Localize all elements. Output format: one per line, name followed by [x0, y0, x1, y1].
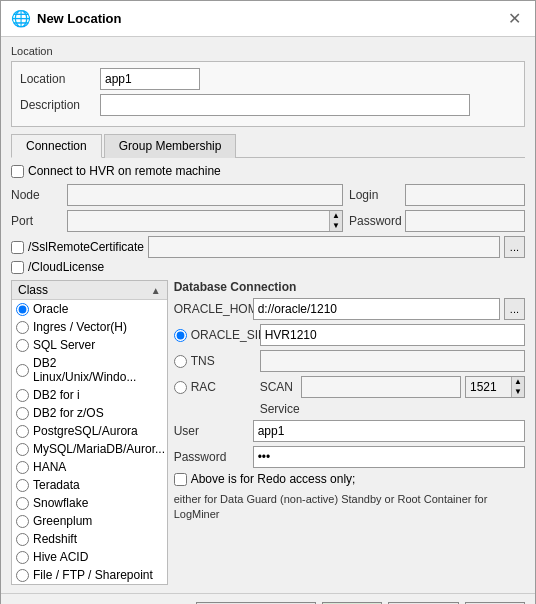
port-label: Port — [11, 214, 61, 228]
port-password-row: Port ▲ ▼ Password — [11, 210, 525, 232]
scan-label: SCAN — [260, 380, 293, 394]
class-radio-ingres[interactable] — [16, 321, 29, 334]
main-area: Class ▲ Oracle Ingres / Vector(H) SQL Se… — [11, 280, 525, 585]
class-label-redshift: Redshift — [33, 532, 77, 546]
oracle-sid-input[interactable] — [260, 324, 525, 346]
close-button[interactable]: ✕ — [504, 11, 525, 27]
tab-connection[interactable]: Connection — [11, 134, 102, 158]
description-input[interactable] — [100, 94, 470, 116]
port-input[interactable] — [67, 210, 343, 232]
class-item-hana[interactable]: HANA — [12, 458, 167, 476]
note-text: either for Data Guard (non-active) Stand… — [174, 492, 525, 523]
class-radio-db2z[interactable] — [16, 407, 29, 420]
cloud-license-row: /CloudLicense — [11, 260, 525, 274]
class-radio-oracle[interactable] — [16, 303, 29, 316]
class-radio-hana[interactable] — [16, 461, 29, 474]
rac-port-spin-down[interactable]: ▼ — [511, 387, 524, 397]
title-bar: 🌐 New Location ✕ — [1, 1, 535, 37]
location-group-label: Location — [11, 45, 525, 57]
class-radio-db2i[interactable] — [16, 389, 29, 402]
db-connection-panel: Database Connection ORACLE_HOME ... ORAC… — [174, 280, 525, 585]
class-label-db2i: DB2 for i — [33, 388, 80, 402]
class-item-db2z[interactable]: DB2 for z/OS — [12, 404, 167, 422]
class-scroll-up[interactable]: ▲ — [151, 285, 161, 296]
oracle-sid-row: ORACLE_SID — [174, 324, 525, 346]
class-item-db2linux[interactable]: DB2 Linux/Unix/Windo... — [12, 354, 167, 386]
class-item-fileftp[interactable]: File / FTP / Sharepoint — [12, 566, 167, 584]
class-label-greenplum: Greenplum — [33, 514, 92, 528]
rac-port-spin-up[interactable]: ▲ — [511, 377, 524, 387]
class-label-db2z: DB2 for z/OS — [33, 406, 104, 420]
db-password-row: Password — [174, 446, 525, 468]
class-header: Class ▲ — [12, 281, 167, 300]
ssl-checkbox[interactable] — [11, 241, 24, 254]
class-radio-mysql[interactable] — [16, 443, 29, 456]
description-field-row: Description — [20, 94, 516, 116]
redo-checkbox[interactable] — [174, 473, 187, 486]
location-input[interactable] — [100, 68, 200, 90]
class-radio-sqlserver[interactable] — [16, 339, 29, 352]
class-item-hiveacid[interactable]: Hive ACID — [12, 548, 167, 566]
cloud-license-checkbox[interactable] — [11, 261, 24, 274]
oracle-home-row: ORACLE_HOME ... — [174, 298, 525, 320]
location-group: Location Location Description — [11, 45, 525, 127]
class-item-db2i[interactable]: DB2 for i — [12, 386, 167, 404]
connection-section: Connect to HVR on remote machine Node Lo… — [11, 164, 525, 274]
class-radio-redshift[interactable] — [16, 533, 29, 546]
class-panel: Class ▲ Oracle Ingres / Vector(H) SQL Se… — [11, 280, 168, 585]
class-item-snowflake[interactable]: Snowflake — [12, 494, 167, 512]
class-item-mysql[interactable]: MySQL/MariaDB/Auror... — [12, 440, 167, 458]
class-radio-fileftp[interactable] — [16, 569, 29, 582]
class-item-teradata[interactable]: Teradata — [12, 476, 167, 494]
node-input[interactable] — [67, 184, 343, 206]
class-label-hiveacid: Hive ACID — [33, 550, 88, 564]
tns-input[interactable] — [260, 350, 525, 372]
class-item-redshift[interactable]: Redshift — [12, 530, 167, 548]
class-header-label: Class — [18, 283, 48, 297]
class-label-teradata: Teradata — [33, 478, 80, 492]
class-label-fileftp: File / FTP / Sharepoint — [33, 568, 153, 582]
user-label: User — [174, 424, 249, 438]
class-radio-hiveacid[interactable] — [16, 551, 29, 564]
class-item-greenplum[interactable]: Greenplum — [12, 512, 167, 530]
remote-machine-checkbox[interactable] — [11, 165, 24, 178]
remote-machine-row: Connect to HVR on remote machine — [11, 164, 525, 178]
tab-group-membership[interactable]: Group Membership — [104, 134, 237, 158]
class-radio-db2linux[interactable] — [16, 364, 29, 377]
class-list: Oracle Ingres / Vector(H) SQL Server DB2… — [12, 300, 167, 584]
port-spinner: ▲ ▼ — [329, 211, 342, 231]
main-content: Location Location Description Connection… — [1, 37, 535, 593]
service-row: Service — [174, 402, 525, 416]
class-label-hana: HANA — [33, 460, 66, 474]
login-input[interactable] — [405, 184, 525, 206]
class-radio-teradata[interactable] — [16, 479, 29, 492]
port-spin-down[interactable]: ▼ — [329, 221, 342, 231]
oracle-home-browse-button[interactable]: ... — [504, 298, 525, 320]
ssl-input[interactable] — [148, 236, 500, 258]
ssl-browse-button[interactable]: ... — [504, 236, 525, 258]
class-radio-postgresql[interactable] — [16, 425, 29, 438]
class-item-ingres[interactable]: Ingres / Vector(H) — [12, 318, 167, 336]
class-item-oracle[interactable]: Oracle — [12, 300, 167, 318]
class-label-snowflake: Snowflake — [33, 496, 88, 510]
oracle-sid-radio[interactable] — [174, 329, 187, 342]
user-row: User — [174, 420, 525, 442]
db-password-label: Password — [174, 450, 249, 464]
port-spin-up[interactable]: ▲ — [329, 211, 342, 221]
service-label: Service — [260, 402, 300, 416]
rac-row: RAC SCAN ▲ ▼ — [174, 376, 525, 398]
class-item-sqlserver[interactable]: SQL Server — [12, 336, 167, 354]
rac-scan-input[interactable] — [301, 376, 461, 398]
class-radio-snowflake[interactable] — [16, 497, 29, 510]
db-password-input[interactable] — [253, 446, 525, 468]
class-label-postgresql: PostgreSQL/Aurora — [33, 424, 138, 438]
node-port-row: Node Login — [11, 184, 525, 206]
rac-radio[interactable] — [174, 381, 187, 394]
oracle-home-input[interactable] — [253, 298, 500, 320]
tns-radio[interactable] — [174, 355, 187, 368]
redo-row: Above is for Redo access only; — [174, 472, 525, 486]
class-radio-greenplum[interactable] — [16, 515, 29, 528]
class-item-postgresql[interactable]: PostgreSQL/Aurora — [12, 422, 167, 440]
user-input[interactable] — [253, 420, 525, 442]
password-conn-input[interactable] — [405, 210, 525, 232]
